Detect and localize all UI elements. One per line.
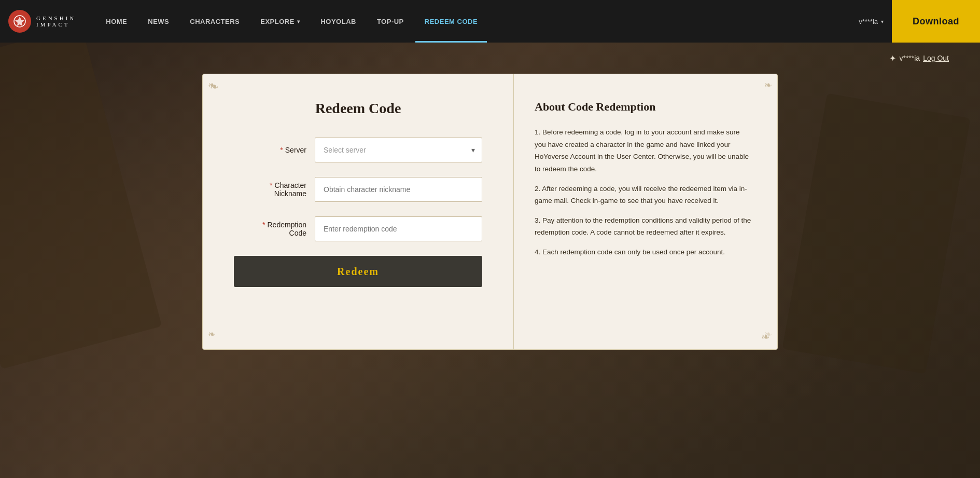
server-row: *Server Select server America Europe Asi… xyxy=(234,138,482,162)
code-required-star: * xyxy=(262,221,265,229)
server-label: *Server xyxy=(234,146,306,154)
nav-explore[interactable]: EXPLORE ▾ xyxy=(251,0,309,43)
star-icon: ✦ xyxy=(889,53,896,63)
server-required-star: * xyxy=(280,146,283,154)
logout-link[interactable]: Log Out xyxy=(923,54,949,62)
server-select-wrapper: Select server America Europe Asia TW, HK… xyxy=(315,138,482,162)
about-text: 1. Before redeeming a code, log in to yo… xyxy=(535,126,751,258)
nav-username: v****ia xyxy=(859,18,878,25)
user-badge: ✦ v****ia Log Out xyxy=(889,53,949,63)
nickname-input[interactable] xyxy=(315,177,482,202)
nav-redeem-code[interactable]: REDEEM CODE xyxy=(415,0,487,43)
nav-links: HOME NEWS CHARACTERS EXPLORE ▾ HoYoLAB T… xyxy=(96,0,850,43)
nickname-row: *CharacterNickname xyxy=(234,177,482,202)
about-panel: About Code Redemption 1. Before redeemin… xyxy=(514,74,777,349)
about-point-2: 2. After redeeming a code, you will rece… xyxy=(535,183,751,207)
about-point-4: 4. Each redemption code can only be used… xyxy=(535,246,751,258)
nickname-required-star: * xyxy=(270,181,272,189)
about-point-3: 3. Pay attention to the redemption condi… xyxy=(535,214,751,239)
nav-logo[interactable]: GensHin IMPACT xyxy=(8,10,76,33)
top-banner: ✦ v****ia Log Out xyxy=(0,43,980,74)
form-title: Redeem Code xyxy=(234,100,482,117)
redemption-code-input[interactable] xyxy=(315,216,482,241)
nav-topup[interactable]: TOP-UP xyxy=(368,0,413,43)
explore-chevron-icon: ▾ xyxy=(297,19,300,24)
about-point-1: 1. Before redeeming a code, log in to yo… xyxy=(535,126,751,175)
navbar: GensHin IMPACT HOME NEWS CHARACTERS EXPL… xyxy=(0,0,980,43)
nickname-input-wrapper xyxy=(315,177,482,202)
code-input-wrapper xyxy=(315,216,482,241)
redeem-form-panel: Redeem Code *Server Select server Americ… xyxy=(203,74,514,349)
redemption-code-row: *RedemptionCode xyxy=(234,216,482,241)
about-title: About Code Redemption xyxy=(535,100,757,114)
nav-user-menu[interactable]: v****ia ▾ xyxy=(850,18,892,25)
corner-bl-decoration: ❧ xyxy=(208,329,223,344)
server-select[interactable]: Select server America Europe Asia TW, HK… xyxy=(315,138,482,162)
redemption-card: ❧ ❧ ❧ ❧ Redeem Code *Server Select serve… xyxy=(202,74,778,350)
redeem-button[interactable]: Redeem xyxy=(234,256,482,287)
download-button[interactable]: Download xyxy=(892,0,980,43)
banner-username: v****ia xyxy=(899,54,920,62)
main-content: ❧ ❧ ❧ ❧ Redeem Code *Server Select serve… xyxy=(0,74,980,350)
corner-tl-decoration: ❧ xyxy=(208,79,223,95)
nav-characters[interactable]: CHARACTERS xyxy=(180,0,249,43)
redemption-code-label: *RedemptionCode xyxy=(234,221,306,237)
nav-news[interactable]: NEWS xyxy=(138,0,178,43)
nav-right: v****ia ▾ Download xyxy=(850,0,980,43)
logo-icon xyxy=(8,10,31,33)
nickname-label: *CharacterNickname xyxy=(234,181,306,198)
about-scroll-area[interactable]: 1. Before redeeming a code, log in to yo… xyxy=(535,126,757,323)
logo-text: GensHin IMPACT xyxy=(36,15,76,28)
user-chevron-icon: ▾ xyxy=(881,19,884,24)
nav-hoyolab[interactable]: HoYoLAB xyxy=(311,0,366,43)
nav-home[interactable]: HOME xyxy=(96,0,136,43)
